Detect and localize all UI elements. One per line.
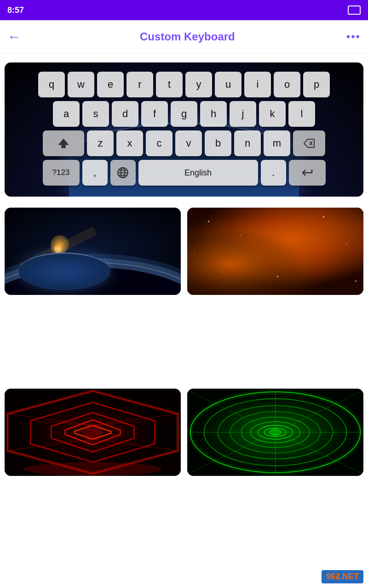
key-numbers[interactable]: ?123	[43, 160, 80, 186]
key-period[interactable]: .	[261, 160, 286, 186]
svg-point-22	[346, 244, 347, 245]
key-u[interactable]: u	[215, 72, 242, 97]
svg-line-60	[190, 392, 276, 432]
svg-line-62	[190, 432, 276, 473]
key-r[interactable]: r	[126, 72, 153, 97]
app-bar: ← Custom Keyboard •••	[0, 20, 368, 53]
keyboard-indicator-icon	[348, 6, 361, 15]
thumbnail-row-1	[5, 208, 363, 295]
svg-point-23	[195, 253, 196, 254]
main-content: q w e r t y u i o p a s d f g h j k	[0, 53, 368, 496]
key-enter[interactable]	[289, 160, 326, 186]
keyboard-preview: q w e r t y u i o p a s d f g h j k	[5, 62, 363, 197]
key-q[interactable]: q	[38, 72, 65, 97]
key-j[interactable]: j	[230, 101, 256, 127]
svg-point-65	[190, 392, 361, 473]
svg-marker-0	[58, 139, 69, 148]
svg-point-21	[323, 216, 324, 218]
theme-thumbnail-red-hex[interactable]	[5, 389, 181, 476]
key-o[interactable]: o	[274, 72, 300, 97]
page-title: Custom Keyboard	[29, 30, 346, 43]
key-w[interactable]: w	[68, 72, 94, 97]
key-globe[interactable]	[110, 160, 136, 186]
svg-rect-45	[187, 389, 363, 476]
status-time: 8:57	[7, 6, 348, 15]
svg-point-48	[204, 399, 347, 466]
svg-point-26	[355, 281, 356, 282]
svg-rect-46	[187, 389, 363, 476]
status-bar: 8:57	[0, 0, 368, 20]
red-hex-svg	[5, 389, 181, 476]
green-tunnel-svg	[187, 389, 363, 476]
key-comma[interactable]: ,	[82, 160, 108, 186]
svg-point-55	[270, 430, 282, 435]
planet-glow	[51, 235, 69, 254]
key-row-3: z x c v b n m	[9, 130, 359, 156]
svg-rect-18	[187, 208, 363, 295]
more-options-button[interactable]: •••	[346, 30, 361, 43]
theme-thumbnail-nebula[interactable]	[187, 208, 363, 295]
planet-svg	[5, 208, 181, 295]
key-s[interactable]: s	[82, 101, 109, 127]
svg-point-44	[24, 462, 162, 476]
key-b[interactable]: b	[205, 130, 231, 156]
key-f[interactable]: f	[141, 101, 168, 127]
key-a[interactable]: a	[53, 101, 80, 127]
svg-line-63	[276, 432, 361, 473]
key-row-2: a s d f g h j k l	[9, 101, 359, 127]
key-e[interactable]: e	[97, 72, 124, 97]
key-backspace[interactable]	[293, 130, 325, 156]
svg-point-19	[208, 221, 209, 222]
svg-point-49	[218, 406, 333, 459]
svg-rect-16	[187, 208, 363, 295]
svg-rect-17	[187, 208, 363, 295]
key-p[interactable]: p	[303, 72, 330, 97]
key-v[interactable]: v	[175, 130, 202, 156]
key-spacebar[interactable]: English	[138, 160, 258, 186]
theme-thumbnail-green-tunnel[interactable]	[187, 389, 363, 476]
svg-point-52	[251, 422, 300, 443]
key-row-1: q w e r t y u i o p	[9, 72, 359, 97]
key-y[interactable]: y	[185, 72, 212, 97]
key-k[interactable]: k	[259, 101, 286, 127]
key-g[interactable]: g	[171, 101, 197, 127]
svg-point-24	[277, 276, 278, 277]
svg-point-20	[241, 235, 242, 236]
svg-point-64	[271, 428, 280, 437]
key-l[interactable]: l	[288, 101, 315, 127]
svg-point-43	[84, 423, 102, 441]
svg-point-51	[242, 417, 310, 447]
nebula-svg	[187, 208, 363, 295]
key-h[interactable]: h	[200, 101, 227, 127]
theme-thumbnail-space-planet[interactable]	[5, 208, 181, 295]
svg-point-54	[264, 428, 287, 436]
back-button[interactable]: ←	[7, 29, 21, 45]
svg-point-50	[230, 412, 321, 453]
key-t[interactable]: t	[156, 72, 183, 97]
svg-point-53	[258, 425, 293, 439]
key-n[interactable]: n	[234, 130, 261, 156]
watermark-suffix: .NET	[340, 572, 359, 581]
svg-line-61	[276, 392, 361, 432]
watermark: 962.NET	[322, 570, 363, 583]
key-i[interactable]: i	[244, 72, 271, 97]
watermark-text: 962	[326, 572, 340, 581]
key-row-4: ?123 , English .	[9, 160, 359, 186]
svg-point-25	[222, 271, 223, 272]
key-m[interactable]: m	[264, 130, 290, 156]
keyboard-layout: q w e r t y u i o p a s d f g h j k	[9, 72, 359, 186]
key-z[interactable]: z	[87, 130, 114, 156]
key-x[interactable]: x	[116, 130, 143, 156]
key-c[interactable]: c	[146, 130, 172, 156]
thumbnail-row-2	[5, 389, 363, 476]
svg-point-47	[190, 392, 361, 473]
spacer	[5, 306, 363, 389]
key-shift[interactable]	[43, 130, 84, 156]
key-d[interactable]: d	[112, 101, 138, 127]
